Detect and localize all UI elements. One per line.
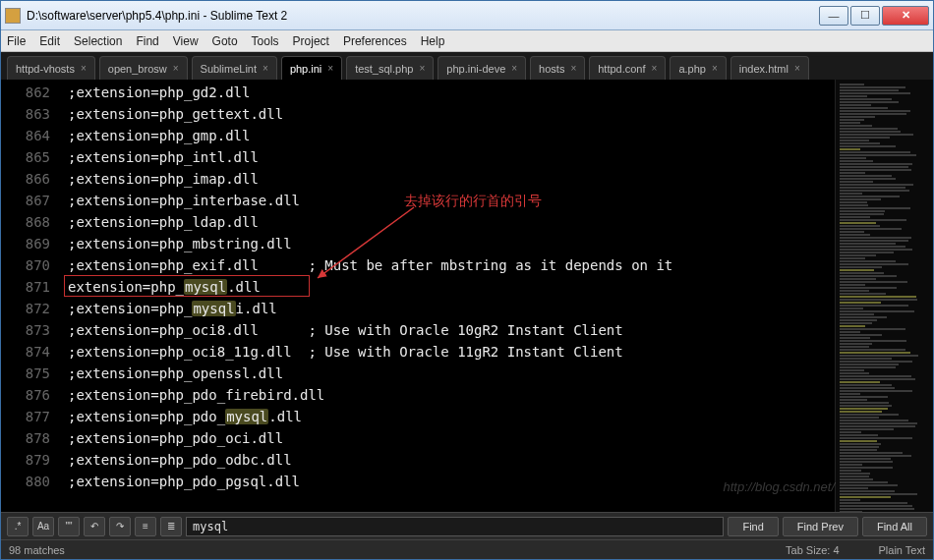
tab-httpd-vhosts[interactable]: httpd-vhosts× bbox=[7, 56, 95, 80]
tab-index-html[interactable]: index.html× bbox=[730, 56, 809, 80]
tab-close-icon[interactable]: × bbox=[794, 63, 800, 74]
tab-label: php.ini bbox=[290, 63, 321, 75]
close-button[interactable]: ✕ bbox=[882, 6, 929, 26]
tab-open-brosw[interactable]: open_brosw× bbox=[99, 56, 188, 80]
tab-label: index.html bbox=[739, 63, 788, 75]
status-matches: 98 matches bbox=[9, 544, 65, 556]
window-controls: — ☐ ✕ bbox=[819, 6, 929, 26]
menu-edit[interactable]: Edit bbox=[39, 34, 60, 48]
statusbar: 98 matches Tab Size: 4 Plain Text bbox=[1, 539, 933, 559]
tab-close-icon[interactable]: × bbox=[263, 63, 268, 74]
find-bar: .* Aa "" ↶ ↷ ≡ ≣ Find Find Prev Find All bbox=[1, 512, 933, 539]
wrap-icon[interactable]: ↷ bbox=[109, 517, 131, 536]
minimize-button[interactable]: — bbox=[819, 6, 848, 26]
code-line[interactable]: ;extension=php_pdo_odbc.dll bbox=[68, 449, 835, 471]
menu-find[interactable]: Find bbox=[136, 34, 158, 48]
tab-sublimelint[interactable]: SublimeLint× bbox=[192, 56, 277, 80]
code-line[interactable]: ;extension=php_pdo_pgsql.dll bbox=[68, 471, 835, 492]
tab-label: hosts bbox=[539, 63, 564, 75]
menu-project[interactable]: Project bbox=[293, 34, 329, 48]
editor-area: 8628638648658668678688698708718728738748… bbox=[1, 80, 933, 512]
tab-close-icon[interactable]: × bbox=[570, 63, 576, 74]
whole-word-toggle-icon[interactable]: "" bbox=[58, 517, 80, 536]
maximize-button[interactable]: ☐ bbox=[850, 6, 880, 26]
tab-close-icon[interactable]: × bbox=[327, 63, 333, 74]
code-line[interactable]: ;extension=php_mbstring.dll bbox=[68, 233, 835, 254]
code-line[interactable]: ;extension=php_intl.dll bbox=[68, 146, 835, 168]
code-line[interactable]: ;extension=php_gettext.dll bbox=[68, 103, 835, 125]
tab-a-php[interactable]: a.php× bbox=[670, 56, 726, 80]
menu-help[interactable]: Help bbox=[421, 34, 445, 48]
tab-close-icon[interactable]: × bbox=[419, 63, 425, 74]
tab-php-ini-deve[interactable]: php.ini-deve× bbox=[438, 56, 526, 80]
regex-toggle-icon[interactable]: .* bbox=[7, 517, 29, 536]
find-all-button[interactable]: Find All bbox=[862, 517, 927, 536]
reverse-icon[interactable]: ↶ bbox=[84, 517, 105, 536]
tab-label: a.php bbox=[678, 63, 706, 75]
tab-test-sql-php[interactable]: test_sql.php× bbox=[346, 56, 434, 80]
code-line[interactable]: ;extension=php_openssl.dll bbox=[68, 363, 835, 384]
tab-label: httpd-vhosts bbox=[16, 63, 75, 75]
tab-close-icon[interactable]: × bbox=[511, 63, 517, 74]
find-button[interactable]: Find bbox=[728, 517, 778, 536]
status-tab-size[interactable]: Tab Size: 4 bbox=[786, 544, 839, 556]
tab-close-icon[interactable]: × bbox=[712, 63, 718, 74]
menu-file[interactable]: File bbox=[7, 34, 26, 48]
tab-close-icon[interactable]: × bbox=[173, 63, 179, 74]
tab-httpd-conf[interactable]: httpd.conf× bbox=[589, 56, 666, 80]
in-selection-icon[interactable]: ≡ bbox=[135, 517, 156, 536]
menu-preferences[interactable]: Preferences bbox=[343, 34, 407, 48]
highlight-rectangle bbox=[64, 275, 310, 297]
code-line[interactable]: ;extension=php_imap.dll bbox=[68, 168, 835, 190]
case-toggle-icon[interactable]: Aa bbox=[32, 517, 54, 536]
tab-php-ini[interactable]: php.ini× bbox=[281, 56, 342, 80]
menu-goto[interactable]: Goto bbox=[212, 34, 238, 48]
code-line[interactable]: ;extension=php_gmp.dll bbox=[68, 125, 835, 146]
titlebar[interactable]: D:\software\server\php5.4\php.ini - Subl… bbox=[1, 1, 933, 30]
status-syntax[interactable]: Plain Text bbox=[879, 544, 926, 556]
menu-selection[interactable]: Selection bbox=[74, 34, 122, 48]
line-gutter: 8628638648658668678688698708718728738748… bbox=[1, 80, 60, 512]
tabbar: httpd-vhosts×open_brosw×SublimeLint×php.… bbox=[1, 52, 933, 80]
tab-label: open_brosw bbox=[108, 63, 167, 75]
tab-label: test_sql.php bbox=[355, 63, 413, 75]
minimap[interactable] bbox=[835, 80, 933, 512]
tab-close-icon[interactable]: × bbox=[81, 63, 87, 74]
menu-view[interactable]: View bbox=[173, 34, 199, 48]
code-line[interactable]: ;extension=php_pdo_firebird.dll bbox=[68, 384, 835, 406]
tab-close-icon[interactable]: × bbox=[652, 63, 658, 74]
find-input[interactable] bbox=[186, 517, 724, 536]
code-line[interactable]: ;extension=php_mysqli.dll bbox=[68, 298, 835, 319]
app-icon bbox=[5, 8, 21, 24]
code-line[interactable]: ;extension=php_gd2.dll bbox=[68, 82, 835, 103]
code-content[interactable]: ;extension=php_gd2.dll;extension=php_get… bbox=[60, 80, 835, 512]
annotation-text: 去掉该行的行首的引号 bbox=[404, 190, 542, 211]
app-window: D:\software\server\php5.4\php.ini - Subl… bbox=[0, 0, 934, 560]
code-line[interactable]: ;extension=php_pdo_mysql.dll bbox=[68, 406, 835, 427]
code-line[interactable]: ;extension=php_oci8.dll ; Use with Oracl… bbox=[68, 319, 835, 341]
window-title: D:\software\server\php5.4\php.ini - Subl… bbox=[27, 9, 819, 23]
code-line[interactable]: ;extension=php_exif.dll ; Must be after … bbox=[68, 254, 835, 276]
find-prev-button[interactable]: Find Prev bbox=[783, 517, 858, 536]
highlight-icon[interactable]: ≣ bbox=[160, 517, 182, 536]
tab-hosts[interactable]: hosts× bbox=[530, 56, 585, 80]
code-line[interactable]: ;extension=php_ldap.dll bbox=[68, 211, 835, 233]
tab-label: SublimeLint bbox=[201, 63, 257, 75]
menubar: File Edit Selection Find View Goto Tools… bbox=[1, 30, 933, 52]
code-line[interactable]: ;extension=php_pdo_oci.dll bbox=[68, 427, 835, 449]
menu-tools[interactable]: Tools bbox=[252, 34, 279, 48]
tab-label: httpd.conf bbox=[598, 63, 645, 75]
tab-label: php.ini-deve bbox=[446, 63, 505, 75]
code-line[interactable]: ;extension=php_oci8_11g.dll ; Use with O… bbox=[68, 341, 835, 363]
